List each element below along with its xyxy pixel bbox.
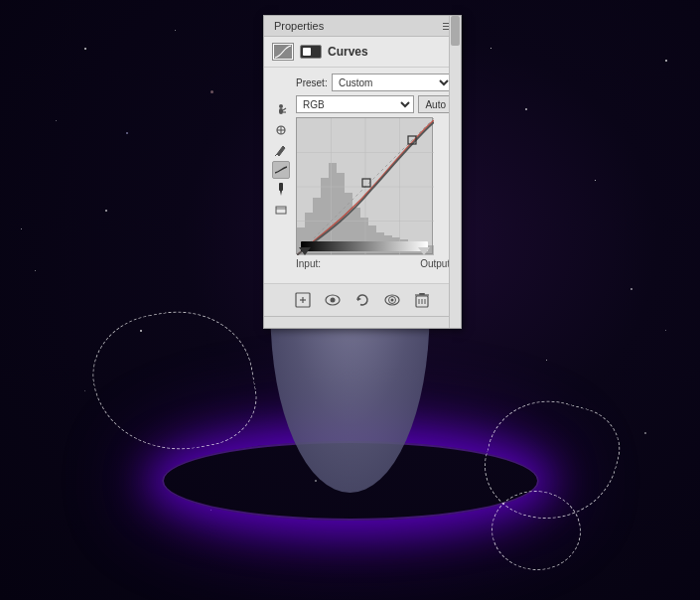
svg-line-8 (275, 154, 277, 156)
input-label: Input: (296, 258, 321, 269)
pencil-tool-button[interactable] (272, 141, 290, 159)
bottom-scroll-area: ▼ (264, 316, 461, 328)
gradient-bar (301, 241, 428, 251)
svg-point-44 (331, 298, 336, 303)
svg-rect-2 (279, 108, 283, 114)
spacer (264, 275, 461, 283)
clipping-display-button[interactable] (272, 201, 290, 219)
curves-chart[interactable] (296, 117, 433, 254)
smooth-curve-button[interactable] (272, 161, 290, 179)
svg-marker-45 (357, 297, 361, 301)
preset-select[interactable]: Custom Default Strong Contrast Linear (332, 74, 453, 91)
reset-adjustment-button[interactable] (352, 290, 372, 310)
preset-label: Preset: (296, 77, 328, 88)
visibility-on-button[interactable] (323, 290, 343, 310)
delete-adjustment-button[interactable] (412, 290, 432, 310)
preset-row: Preset: Custom Default Strong Contrast L… (296, 74, 453, 91)
properties-panel: Properties Curves (263, 15, 462, 329)
svg-marker-10 (280, 191, 282, 196)
visibility-toggle-icon[interactable] (300, 45, 322, 59)
auto-button[interactable]: Auto (418, 95, 453, 113)
curves-main-area: Preset: Custom Default Strong Contrast L… (296, 74, 453, 269)
channel-row: RGB Red Green Blue Auto (296, 95, 453, 113)
panel-scrollbar[interactable] (449, 16, 461, 328)
curves-svg (297, 118, 434, 255)
black-eyedropper-button[interactable] (272, 181, 290, 199)
solo-view-button[interactable] (382, 290, 402, 310)
svg-rect-54 (419, 293, 425, 295)
white-point-slider[interactable] (418, 247, 430, 255)
section-title: Curves (328, 45, 368, 59)
panel-tab: Properties (270, 19, 328, 33)
curves-thumbnail-icon (272, 43, 294, 61)
svg-rect-11 (276, 207, 286, 214)
add-adjustment-button[interactable] (293, 290, 313, 310)
tools-column (272, 74, 290, 269)
input-output-row: Input: Output: (296, 258, 453, 269)
scrollbar-thumb[interactable] (451, 16, 460, 46)
svg-rect-9 (279, 183, 283, 191)
svg-line-3 (283, 108, 286, 110)
panel-titlebar[interactable]: Properties (264, 16, 461, 37)
panel-footer (264, 283, 461, 316)
black-point-slider[interactable] (299, 247, 311, 255)
channel-select[interactable]: RGB Red Green Blue (296, 95, 414, 113)
panel-section-header: Curves (264, 37, 461, 68)
point-tool-button[interactable] (272, 121, 290, 139)
panel-body: Preset: Custom Default Strong Contrast L… (264, 68, 461, 275)
svg-point-48 (391, 299, 394, 302)
finger-tool-button[interactable] (272, 101, 290, 119)
svg-point-1 (279, 104, 283, 108)
